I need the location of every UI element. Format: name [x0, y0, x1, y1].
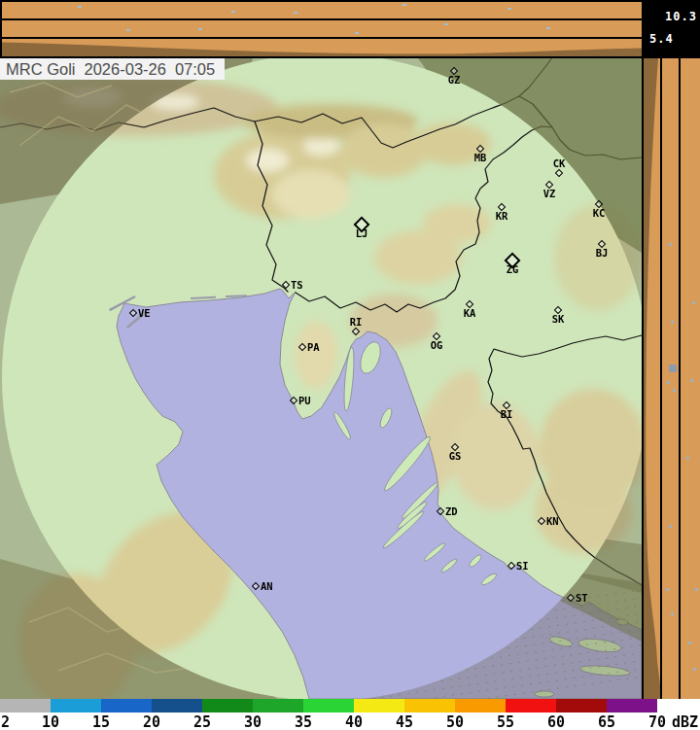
scale-segment-50 [455, 699, 506, 713]
echo-top-readout: 10.3 [665, 10, 697, 23]
echo-speck [690, 379, 693, 382]
scale-segment-30 [253, 699, 303, 713]
city-marker-st [567, 594, 575, 602]
echo-blob [669, 365, 677, 372]
time-label: 07:05 [175, 60, 215, 78]
scale-segment-2 [0, 699, 51, 713]
right-strip-2 [662, 58, 679, 699]
city-label-ve: VE [138, 308, 151, 318]
radar-map: GZMBCKVZKRKCLJZGBJTSVERIKASKOGPAPUBIGSZD… [0, 0, 642, 699]
city-label-gz: GZ [448, 75, 461, 85]
city-label-bj: BJ [596, 248, 609, 258]
right-strip-1 [644, 58, 660, 699]
scale-segment-40 [354, 699, 404, 713]
city-label-lj: LJ [356, 228, 368, 238]
city-label-mb: MB [474, 153, 487, 162]
scale-tick-10: 10 [42, 713, 59, 730]
echo-speck [671, 321, 674, 324]
city-label-ck: CK [553, 158, 566, 168]
echo-height-readout: 5.4 [649, 32, 674, 46]
city-layer: GZMBCKVZKRKCLJZGBJTSVERIKASKOGPAPUBIGSZD… [0, 0, 642, 699]
date-label: 2026-03-26 [85, 60, 166, 78]
city-label-st: ST [576, 593, 588, 603]
corner-readout-box: 10.3 5.4 [642, 0, 700, 58]
scale-tick-60: 60 [547, 713, 565, 730]
echo-speck [666, 588, 669, 591]
city-label-kr: KR [496, 211, 508, 221]
echo-speck [669, 243, 672, 246]
city-label-og: OG [431, 340, 443, 350]
scale-segment-10 [51, 699, 101, 713]
scale-tick-20: 20 [143, 713, 160, 730]
city-label-kc: KC [593, 208, 606, 218]
echo-speck [693, 668, 696, 671]
city-label-si: SI [516, 561, 529, 571]
echo-speck [695, 588, 698, 591]
scale-tick-55: 55 [497, 713, 514, 730]
city-label-pa: PA [307, 342, 320, 352]
city-marker-ts [282, 281, 290, 289]
city-marker-kn [538, 517, 545, 525]
scale-segment-65 [607, 699, 657, 713]
echo-speck [669, 525, 672, 528]
echo-speck [671, 612, 674, 615]
scale-segment-55 [506, 699, 556, 713]
city-label-an: AN [261, 581, 273, 591]
city-marker-pa [298, 343, 306, 351]
city-label-gs: GS [449, 451, 462, 461]
city-label-ri: RI [350, 317, 363, 327]
scale-segment-35 [303, 699, 354, 713]
scale-tick-70: 70 [648, 713, 666, 730]
city-label-ka: KA [464, 308, 476, 318]
scale-tick-35: 35 [295, 713, 312, 730]
scale-tick-65: 65 [598, 713, 615, 730]
station-name: MRC Goli [6, 60, 76, 78]
city-marker-ve [129, 309, 137, 317]
city-marker-ri [352, 328, 360, 335]
city-marker-pu [290, 397, 298, 404]
terrain-profile-vertical [644, 58, 660, 699]
city-label-zg: ZG [507, 264, 519, 274]
echo-speck [667, 381, 670, 384]
city-label-pu: PU [298, 396, 311, 405]
scale-segment-15 [101, 699, 152, 713]
dbz-color-ramp [0, 699, 657, 713]
city-label-kn: KN [546, 516, 559, 526]
city-marker-an [252, 582, 260, 590]
scale-tick-15: 15 [92, 713, 110, 730]
echo-speck [686, 457, 689, 460]
scale-tick-50: 50 [446, 713, 464, 730]
dbz-scale: 210152025303540455055606570 dBZ [0, 699, 700, 730]
scale-segment-25 [202, 699, 253, 713]
right-strip-3 [681, 58, 700, 699]
dbz-tick-labels: 210152025303540455055606570 [0, 713, 700, 730]
echo-speck [673, 389, 676, 392]
city-label-bi: BI [501, 409, 513, 419]
city-label-sk: SK [552, 314, 565, 324]
scale-tick-40: 40 [345, 713, 363, 730]
right-cross-section-panel [642, 58, 700, 699]
scale-tick-2: 2 [1, 713, 10, 730]
city-label-zd: ZD [445, 506, 458, 516]
city-label-vz: VZ [543, 189, 556, 198]
scale-segment-45 [404, 699, 455, 713]
echo-speck [692, 301, 695, 304]
echo-speck [688, 642, 691, 644]
city-marker-si [508, 562, 515, 570]
scale-tick-25: 25 [193, 713, 211, 730]
scale-segment-20 [152, 699, 202, 713]
dbz-unit-label: dBZ [672, 713, 698, 730]
city-marker-zd [437, 507, 444, 515]
scale-tick-30: 30 [244, 713, 262, 730]
radar-display: GZMBCKVZKRKCLJZGBJTSVERIKASKOGPAPUBIGSZD… [0, 0, 700, 730]
scale-segment-60 [556, 699, 607, 713]
city-marker-ck [555, 169, 563, 177]
title-box: MRC Goli2026-03-2607:05 [0, 58, 225, 80]
scale-tick-45: 45 [396, 713, 413, 730]
city-label-ts: TS [291, 280, 303, 290]
